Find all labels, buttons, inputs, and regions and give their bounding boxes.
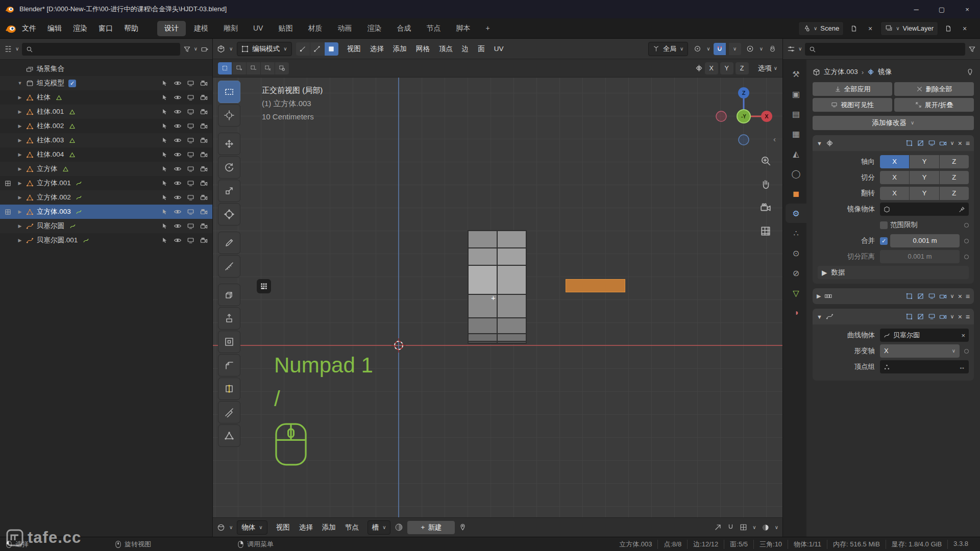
material-preview-icon[interactable] [395, 523, 403, 532]
realtime-toggle-icon[interactable] [928, 139, 936, 147]
add-modifier-dropdown[interactable]: 添加修改器 ∨ [813, 116, 974, 130]
view-layer-selector[interactable]: ∨ ViewLayer [880, 21, 938, 36]
disable-render-toggle-icon[interactable] [200, 79, 208, 88]
expander-icon[interactable] [15, 181, 24, 186]
new-scene-button[interactable] [848, 22, 860, 35]
tool-loop-cut[interactable] [218, 378, 240, 400]
tab-scene[interactable]: ◭ [786, 144, 806, 163]
chevron-down-icon[interactable]: ∨ [752, 525, 756, 530]
expander-icon[interactable] [15, 123, 24, 129]
selectable-toggle-icon[interactable] [160, 222, 168, 231]
outliner-row[interactable]: 贝塞尔圆 ✓ [0, 219, 212, 233]
mirror-z-toggle[interactable]: Z [736, 62, 749, 74]
extras-chevron-icon[interactable]: ∨ [950, 293, 954, 299]
edit-mode-toggle-icon[interactable] [917, 313, 924, 320]
breadcrumb-modifier[interactable]: 镜像 [878, 67, 892, 77]
tool-scale[interactable] [218, 180, 240, 202]
viewport-visibility-button[interactable]: 视图可见性 [813, 98, 892, 112]
workspace-tab[interactable]: UV [246, 21, 270, 36]
options-chevron-icon[interactable]: ∨ [774, 66, 777, 71]
disable-viewports-toggle-icon[interactable] [186, 108, 195, 116]
select-subtract-button[interactable] [247, 62, 260, 74]
clipping-checkbox[interactable] [880, 221, 888, 229]
pin-icon[interactable] [459, 523, 467, 531]
render-toggle-icon[interactable] [939, 292, 947, 300]
tab-output[interactable]: ▤ [786, 104, 806, 123]
decorator-dot[interactable] [964, 255, 969, 259]
edited-cube-object[interactable]: + [468, 230, 527, 344]
expander-icon[interactable] [15, 95, 24, 100]
tool-knife[interactable] [218, 401, 240, 423]
mirror-x-toggle[interactable]: X [705, 62, 718, 74]
outliner-editor-icon[interactable] [4, 45, 12, 53]
selectable-toggle-icon[interactable] [160, 136, 168, 145]
select-extend-button[interactable] [232, 62, 246, 74]
gizmo-minus-x-ball[interactable] [716, 111, 726, 121]
viewport-menu-item[interactable]: 顶点 [434, 42, 457, 56]
menu-item[interactable]: 文件 [16, 21, 42, 36]
merge-threshold-field[interactable]: 0.001 m [890, 234, 960, 247]
minimize-button[interactable]: ─ [903, 0, 929, 18]
disable-viewports-toggle-icon[interactable] [186, 208, 195, 216]
select-set-new-button[interactable] [218, 62, 232, 74]
close-icon[interactable]: × [958, 139, 962, 147]
delete-all-button[interactable]: 删除全部 [894, 82, 974, 96]
tab-view-layer[interactable]: ▦ [786, 124, 806, 143]
mode-selector[interactable]: 编辑模式 ∨ [237, 42, 291, 56]
render-toggle-icon[interactable] [939, 313, 947, 320]
extras-chevron-icon[interactable]: ∨ [950, 140, 954, 146]
drag-handle-icon[interactable]: ≡ [966, 139, 970, 147]
tab-tool[interactable]: ⚒ [786, 64, 806, 84]
disable-render-toggle-icon[interactable] [200, 122, 208, 131]
expander-icon[interactable] [15, 238, 24, 243]
workspace-tab[interactable]: 合成 [389, 21, 418, 36]
tab-physics[interactable]: ⊙ [786, 243, 806, 263]
tool-annotate[interactable] [218, 232, 240, 254]
chevron-down-icon[interactable]: ∨ [775, 525, 778, 530]
bisect-distance-field[interactable]: 0.001 m [880, 250, 960, 263]
options-label[interactable]: 选项 [758, 64, 772, 73]
tool-add-cube[interactable] [218, 284, 240, 306]
edit-mode-toggle-icon[interactable] [917, 292, 924, 300]
outliner-row[interactable]: 贝塞尔圆.001 ✓ [0, 233, 212, 247]
outliner-search-input[interactable] [36, 45, 176, 54]
hide-viewport-toggle-icon[interactable] [173, 193, 182, 202]
remove-view-layer-button[interactable]: × [959, 22, 971, 35]
invert-vgroup-icon[interactable]: ↔ [959, 363, 965, 371]
render-toggle-icon[interactable] [939, 139, 947, 147]
transform-orientation[interactable]: 全局 ∨ [648, 42, 688, 56]
tab-constraints[interactable]: ⊘ [786, 263, 806, 283]
pan-hand-icon[interactable] [759, 178, 772, 191]
drag-handle-icon[interactable]: ≡ [966, 313, 970, 321]
tool-inset-faces[interactable] [218, 331, 240, 353]
tool-bevel[interactable] [218, 354, 240, 377]
disable-render-toggle-icon[interactable] [200, 222, 208, 231]
zoom-icon[interactable] [759, 154, 772, 167]
outliner-row[interactable]: 柱体.001 ✓ [0, 105, 212, 119]
disable-render-toggle-icon[interactable] [200, 236, 208, 245]
properties-search[interactable] [805, 43, 965, 56]
outliner-row[interactable]: 立方体.003 ✓ [0, 205, 212, 219]
snap-toggle-button[interactable] [714, 43, 726, 55]
deform-axis-dropdown[interactable]: X ∨ [880, 344, 960, 358]
selectable-toggle-icon[interactable] [160, 79, 168, 88]
selectable-toggle-icon[interactable] [160, 208, 168, 216]
shader-menu-item[interactable]: 添加 [317, 521, 340, 534]
viewport-menu-item[interactable]: 添加 [388, 42, 411, 56]
hide-viewport-toggle-icon[interactable] [173, 208, 182, 216]
mirror-y-toggle[interactable]: Y [720, 62, 733, 74]
disable-render-toggle-icon[interactable] [200, 151, 208, 159]
selectable-toggle-icon[interactable] [160, 151, 168, 159]
new-material-button[interactable]: + 新建 [407, 521, 455, 534]
on-cage-toggle-icon[interactable] [905, 313, 913, 320]
workspace-tab[interactable]: 贴图 [271, 21, 300, 36]
on-cage-toggle-icon[interactable] [905, 292, 913, 300]
outliner-row[interactable]: 柱体 ✓ [0, 90, 212, 105]
bisect-y[interactable]: Y [910, 171, 939, 184]
hide-viewport-toggle-icon[interactable] [173, 236, 182, 245]
pivot-chevron-icon[interactable]: ∨ [706, 46, 710, 52]
close-button[interactable]: × [954, 0, 980, 18]
shader-type-selector[interactable]: 物体 ∨ [237, 520, 267, 535]
tab-material[interactable]: ◑ [786, 303, 806, 322]
unlink-scene-button[interactable]: × [864, 22, 876, 35]
